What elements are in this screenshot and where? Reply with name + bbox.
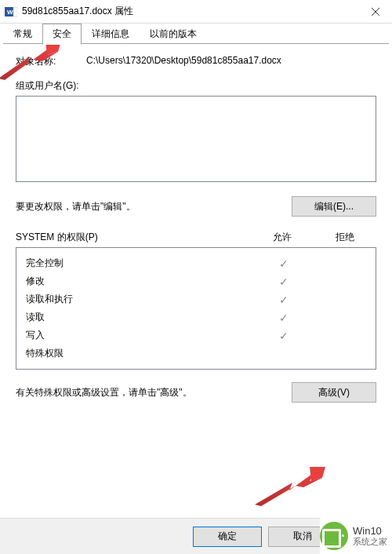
check-icon: ✓ xyxy=(279,293,289,306)
perm-row: 写入 ✓ xyxy=(26,326,366,344)
permissions-header: SYSTEM 的权限(P) 允许 拒绝 xyxy=(16,231,376,244)
tab-general[interactable]: 常规 xyxy=(3,24,42,44)
perm-row: 读取和执行 ✓ xyxy=(26,290,366,308)
advanced-hint: 有关特殊权限或高级设置，请单击"高级"。 xyxy=(16,386,292,399)
group-users-listbox[interactable] xyxy=(16,96,376,182)
svg-marker-7 xyxy=(255,470,322,506)
perm-row: 特殊权限 xyxy=(26,344,366,363)
check-icon: ✓ xyxy=(279,275,289,288)
perm-allow: ✓ xyxy=(256,275,311,288)
perm-name: 写入 xyxy=(26,329,256,342)
perm-allow: ✓ xyxy=(256,330,311,342)
perm-row: 修改 ✓ xyxy=(26,272,366,290)
watermark-text: Win10 系统之家 xyxy=(353,525,387,548)
edit-button[interactable]: 编辑(E)... xyxy=(292,196,376,217)
check-icon: ✓ xyxy=(279,312,289,324)
annotation-arrow-icon xyxy=(255,467,325,506)
advanced-button[interactable]: 高级(V) xyxy=(292,382,376,403)
edit-hint: 要更改权限，请单击"编辑"。 xyxy=(16,200,292,213)
perm-allow: ✓ xyxy=(256,257,311,270)
close-button[interactable] xyxy=(364,0,387,24)
watermark-logo-icon xyxy=(320,522,348,550)
tab-content: 对象名称: C:\Users\17320\Desktop\59d81c855aa… xyxy=(0,44,392,417)
perm-allow: ✓ xyxy=(256,312,311,324)
perm-name: 读取和执行 xyxy=(26,293,256,306)
svg-marker-8 xyxy=(310,467,325,481)
permissions-header-allow: 允许 xyxy=(251,231,314,244)
tab-security[interactable]: 安全 xyxy=(42,24,82,45)
object-name-value: C:\Users\17320\Desktop\59d81c855aa17.doc… xyxy=(86,55,376,68)
watermark-line2: 系统之家 xyxy=(353,537,387,546)
perm-row: 完全控制 ✓ xyxy=(26,254,366,272)
perm-row: 读取 ✓ xyxy=(26,308,366,326)
edit-row: 要更改权限，请单击"编辑"。 编辑(E)... xyxy=(16,196,376,217)
perm-allow: ✓ xyxy=(256,293,311,306)
object-name-label: 对象名称: xyxy=(16,55,86,68)
perm-name: 特殊权限 xyxy=(26,347,256,360)
svg-rect-1 xyxy=(13,7,17,16)
window-title: 59d81c855aa17.docx 属性 xyxy=(22,5,364,18)
titlebar: W 59d81c855aa17.docx 属性 xyxy=(0,0,392,24)
tab-previous-versions[interactable]: 以前的版本 xyxy=(140,24,207,44)
tab-details[interactable]: 详细信息 xyxy=(82,24,140,44)
permissions-header-name: SYSTEM 的权限(P) xyxy=(16,231,251,244)
svg-text:W: W xyxy=(7,9,13,16)
permissions-header-deny: 拒绝 xyxy=(314,231,376,244)
object-name-row: 对象名称: C:\Users\17320\Desktop\59d81c855aa… xyxy=(16,55,376,68)
permissions-box: 完全控制 ✓ 修改 ✓ 读取和执行 ✓ 读取 ✓ 写入 ✓ 特殊权限 xyxy=(16,247,376,370)
tab-strip: 常规 安全 详细信息 以前的版本 xyxy=(0,24,392,44)
check-icon: ✓ xyxy=(279,330,289,342)
perm-name: 完全控制 xyxy=(26,257,256,270)
word-file-icon: W xyxy=(5,5,17,18)
watermark: Win10 系统之家 xyxy=(320,518,392,554)
check-icon: ✓ xyxy=(279,257,289,270)
group-users-label: 组或用户名(G): xyxy=(16,79,376,93)
advanced-row: 有关特殊权限或高级设置，请单击"高级"。 高级(V) xyxy=(16,382,376,403)
perm-name: 修改 xyxy=(26,275,256,288)
perm-name: 读取 xyxy=(26,311,256,324)
watermark-line1: Win10 xyxy=(353,525,387,538)
ok-button[interactable]: 确定 xyxy=(193,527,262,547)
